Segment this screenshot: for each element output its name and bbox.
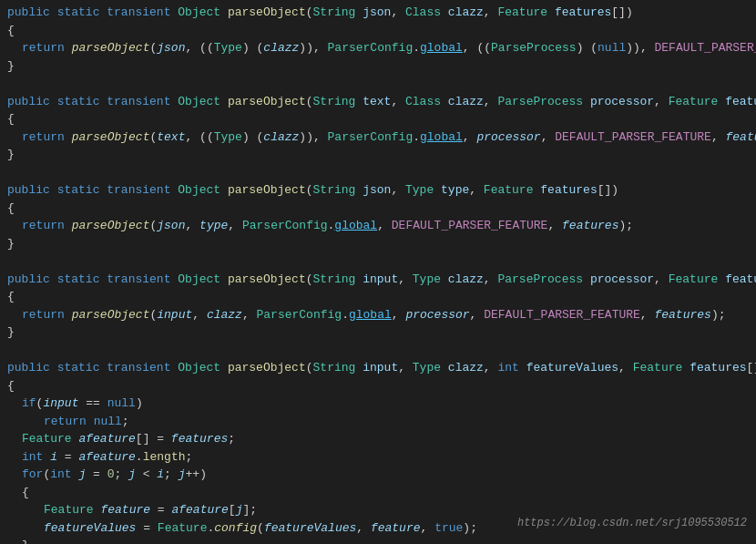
code-line: } (0, 57, 756, 76)
code-line: return parseObject(text, ((Type) (clazz)… (0, 128, 756, 147)
code-line: public static transient Object parseObje… (0, 359, 756, 377)
code-line: { (0, 200, 756, 218)
code-line: return parseObject(json, type, ParserCon… (0, 217, 756, 235)
code-line: return parseObject(json, ((Type) (clazz)… (0, 39, 756, 57)
code-line (0, 164, 756, 182)
code-editor: public static transient Object parseObje… (0, 0, 756, 544)
code-line: } (0, 146, 756, 164)
code-line (0, 342, 756, 360)
code-line: public static transient Object parseObje… (0, 4, 756, 22)
code-line: { (0, 110, 756, 128)
code-line: { (0, 288, 756, 306)
code-line: Feature afeature[] = features; (0, 430, 756, 448)
code-line: for(int j = 0; j < i; j++) (0, 466, 756, 484)
code-line: { (0, 484, 756, 502)
code-line: { (0, 377, 756, 395)
code-line: } (0, 235, 756, 253)
code-line: return parseObject(input, clazz, ParserC… (0, 306, 756, 324)
watermark: https://blog.csdn.net/srj1095530512 (517, 515, 747, 531)
code-line: public static transient Object parseObje… (0, 181, 756, 200)
code-line: int i = afeature.length; (0, 448, 756, 467)
code-line: } (0, 323, 756, 342)
code-line: public static transient Object parseObje… (0, 271, 756, 289)
code-line: return null; (0, 413, 756, 431)
code-line (0, 75, 756, 93)
code-line (0, 252, 756, 271)
code-line: { (0, 22, 756, 40)
code-line: public static transient Object parseObje… (0, 93, 756, 111)
code-line: } (0, 537, 756, 544)
code-line: if(input == null) (0, 395, 756, 413)
